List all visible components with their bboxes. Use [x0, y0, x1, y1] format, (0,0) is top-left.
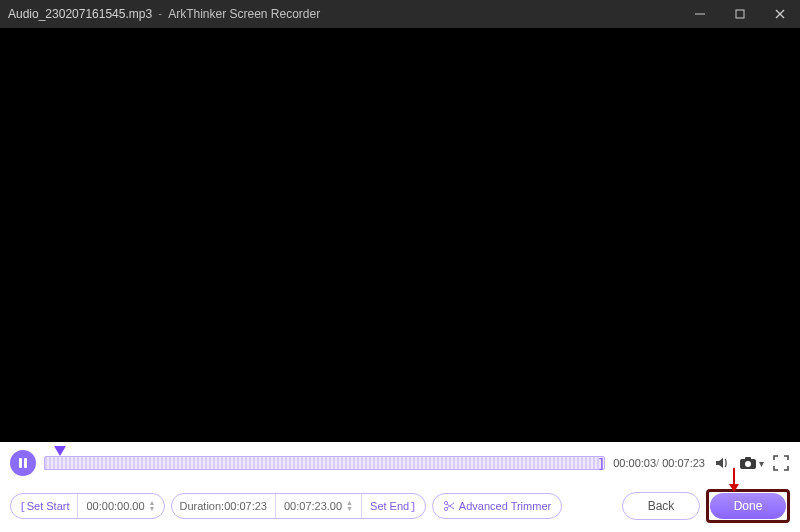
end-time-input[interactable]: 00:07:23.00 ▲▼ — [276, 494, 361, 518]
timeline-track[interactable] — [44, 456, 605, 470]
titlebar: Audio_230207161545.mp3 - ArkThinker Scre… — [0, 0, 800, 28]
title-separator: - — [158, 7, 162, 21]
back-label: Back — [648, 499, 675, 513]
title-app-name: ArkThinker Screen Recorder — [168, 7, 320, 21]
playback-controls: [ ] 00:00:03/ 00:07:23 ▾ — [0, 442, 800, 484]
snapshot-button[interactable]: ▾ — [739, 456, 764, 470]
title-filename: Audio_230207161545.mp3 — [8, 7, 152, 21]
trim-row: [ Set Start 00:00:00.00 ▲▼ Duration:00:0… — [0, 484, 800, 528]
svg-marker-10 — [729, 484, 739, 492]
annotation-arrow-icon — [727, 468, 741, 496]
scissors-icon — [443, 500, 455, 512]
start-time-value: 00:00:00.00 — [86, 500, 144, 512]
pause-icon — [19, 458, 22, 468]
done-button[interactable]: Done — [710, 493, 786, 519]
minimize-icon — [694, 8, 706, 20]
bracket-close-icon: ] — [411, 500, 415, 512]
end-time-value: 00:07:23.00 — [284, 500, 342, 512]
camera-icon — [739, 456, 757, 470]
fullscreen-button[interactable] — [772, 454, 790, 472]
time-counter: 00:00:03/ 00:07:23 — [613, 457, 705, 469]
timeline-end-bracket[interactable]: ] — [599, 452, 605, 474]
start-time-input[interactable]: 00:00:00.00 ▲▼ — [78, 494, 163, 518]
advanced-trimmer-label: Advanced Trimmer — [459, 500, 551, 512]
trim-end-group: Duration:00:07:23 00:07:23.00 ▲▼ Set End… — [171, 493, 426, 519]
done-label: Done — [734, 499, 763, 513]
window-controls — [680, 0, 800, 28]
advanced-trimmer-button[interactable]: Advanced Trimmer — [432, 493, 562, 519]
set-end-button[interactable]: Set End ] — [362, 494, 425, 518]
bracket-open-icon: [ — [21, 500, 25, 512]
preview-viewport — [0, 28, 800, 442]
chevron-down-icon: ▾ — [759, 458, 764, 469]
close-icon — [774, 8, 786, 20]
svg-rect-1 — [736, 10, 744, 18]
timeline-playhead[interactable] — [54, 446, 66, 456]
svg-point-6 — [745, 461, 751, 467]
duration-display: Duration:00:07:23 — [172, 494, 275, 518]
done-highlight: Done — [706, 489, 790, 523]
set-end-label: Set End — [370, 500, 409, 512]
fullscreen-icon — [772, 454, 790, 472]
spinner-icon: ▲▼ — [346, 500, 353, 512]
trim-start-group: [ Set Start 00:00:00.00 ▲▼ — [10, 493, 165, 519]
duration-label: Duration:00:07:23 — [180, 500, 267, 512]
close-button[interactable] — [760, 0, 800, 28]
pause-button[interactable] — [10, 450, 36, 476]
total-time: 00:07:23 — [662, 457, 705, 469]
maximize-icon — [734, 8, 746, 20]
current-time: 00:00:03 — [613, 457, 656, 469]
timeline[interactable]: [ ] — [44, 452, 605, 474]
maximize-button[interactable] — [720, 0, 760, 28]
set-start-button[interactable]: [ Set Start — [11, 494, 77, 518]
minimize-button[interactable] — [680, 0, 720, 28]
spinner-icon: ▲▼ — [149, 500, 156, 512]
set-start-label: Set Start — [27, 500, 70, 512]
back-button[interactable]: Back — [622, 492, 700, 520]
svg-rect-5 — [745, 457, 751, 460]
